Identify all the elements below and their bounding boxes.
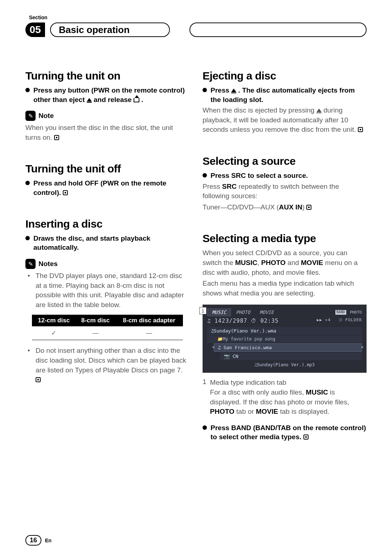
heading-turning-off: Turning the unit off [25,163,189,175]
media-movie: MOVIE [301,259,323,266]
chapter-header: 05 Basic operation [25,23,367,37]
ss-list-sub: 📁My favorite pop song [207,335,362,343]
ss-band-badge: BAND [335,310,346,315]
right-column: Ejecting a disc Press . The disc automat… [203,70,367,443]
end-marker-icon [54,135,59,140]
media-sep2: and [286,259,301,266]
table-header-8cm: 8-cm disc [75,315,115,326]
bullet-turning-on: Press any button (PWR on the remote cont… [25,86,189,104]
ss-right-text: PHOTO [350,310,362,315]
bullet-dot-icon [203,88,207,92]
section-label: Section [29,15,367,20]
note-text: When you insert the disc in the disc slo… [25,124,173,141]
eject-body-a: When the disc is ejected by pressing [203,106,317,114]
table-cell-8cm: — [75,326,115,340]
ss-footer: ♫Sunday(Piano Ver.).mp3 [207,362,362,367]
ss-tab-photo: PHOTO [232,309,254,316]
media-p2: Each menu has a media type indication ta… [203,279,367,298]
note-pencil-icon: ✎ [25,259,36,269]
table-header-12cm: 12-cm disc [32,315,75,326]
eject-icon [87,98,92,102]
note-label: Note [38,112,54,120]
caption-d: tab is displayed. [280,408,329,415]
ss-list-item-selected: ♫ San Francisco.wma [214,343,362,352]
bullet-dot-icon [25,181,30,185]
note2-post: on page 7. [150,366,183,374]
src-line2-b: ) [302,203,305,211]
ss-tab-music: MUSIC [207,309,231,316]
ss-list-item: 📷 CN [220,352,362,360]
disc-compatibility-table: 12-cm disc 8-cm disc 8-cm disc adapter ✓… [32,315,183,340]
ss-list-item: ♫Sunday(Piano Ver.).wma [207,327,362,335]
src-auxin: AUX IN [279,203,302,211]
table-header-adapter: 8-cm disc adapter [115,315,183,326]
page-language: En [45,538,52,543]
turning-on-text-b: and release [94,96,134,103]
media-screenshot: 1 MUSIC PHOTO MOVIE BAND PHOTO ♫ 1423/29… [203,305,367,373]
end-marker-icon [36,377,41,382]
eject-icon [317,109,322,112]
eject-text-a: Press [211,86,231,94]
ss-track-info: ♫ 1423/2987 ⏱ 02:35 [207,318,279,324]
end-marker-icon [358,127,363,132]
ss-folder: ⦾ FOLDER [339,318,362,322]
release-icon [134,98,139,102]
chapter-number-badge: 05 [25,23,45,37]
bullet-dot-icon [25,236,30,240]
src-line2-a: Tuner—CD/DVD—AUX ( [203,203,279,211]
caption-number: 1 [203,378,207,386]
src-body-a: Press [203,183,222,190]
heading-turning-on: Turning the unit on [25,70,189,82]
end-marker-icon [306,205,311,210]
bullet-dot-icon [25,88,30,92]
notes-label: Notes [38,260,58,268]
table-cell-adapter: — [115,326,183,340]
caption-title: Media type indication tab [210,379,286,386]
callout-marker: 1 [199,307,207,314]
turning-on-text-c: . [141,96,143,103]
chapter-title: Basic operation [59,24,130,36]
caption-photo: PHOTO [210,408,234,415]
media-music: MUSIC [235,259,257,266]
end-marker-icon [63,190,68,195]
media-photo: PHOTO [261,259,286,266]
caption-movie: MOVIE [256,408,278,415]
bullet-inserting: Draws the disc, and starts playback auto… [25,234,189,252]
bullet-turning-off: Press and hold OFF (PWR on the remote co… [25,179,189,197]
note-item-2: Do not insert anything other than a disc… [32,346,189,384]
end-marker-icon [303,434,309,440]
bullet-dot-icon [203,425,207,430]
note-pencil-icon: ✎ [25,111,36,121]
header-empty-pill [189,23,367,37]
media-sep1: , [257,259,261,266]
page-number: 16 [25,535,41,546]
note-item-1: The DVD player plays one, standard 12-cm… [32,271,189,310]
ss-speed: ▶▶ ×4 [317,318,331,322]
caption-a: For a disc with only audio files, [210,388,306,396]
chapter-title-pill: Basic operation [50,23,170,37]
heading-selecting-media: Selecting a media type [203,232,367,245]
select-source-text: Press SRC to select a source. [211,171,308,180]
inserting-text: Draws the disc, and starts playback auto… [33,234,189,252]
note2-italic: Types of Playable Discs [75,366,148,374]
bullet-press-band: Press BAND (BAND/TAB on the remote contr… [203,423,367,442]
bullet-ejecting: Press . The disc automatically ejects fr… [203,86,367,104]
page-footer: 16 En [25,535,52,546]
heading-inserting-disc: Inserting a disc [25,218,189,230]
table-row: ✓ — — [32,326,183,340]
turning-off-text: Press and hold OFF (PWR on the remote co… [33,179,166,196]
src-bold: SRC [222,183,237,190]
heading-ejecting: Ejecting a disc [203,70,367,82]
left-column: Turning the unit on Press any button (PW… [25,70,189,443]
bullet-dot-icon [203,173,207,177]
caption-music: MUSIC [306,388,328,396]
ss-tab-movie: MOVIE [255,309,278,316]
press-band-text: Press BAND (BAND/TAB on the remote contr… [211,424,366,441]
caption-c: tab or [236,408,256,415]
bullet-select-source: Press SRC to select a source. [203,171,367,180]
heading-selecting-source: Selecting a source [203,155,367,167]
table-cell-12cm: ✓ [32,326,75,340]
eject-icon [231,89,236,92]
